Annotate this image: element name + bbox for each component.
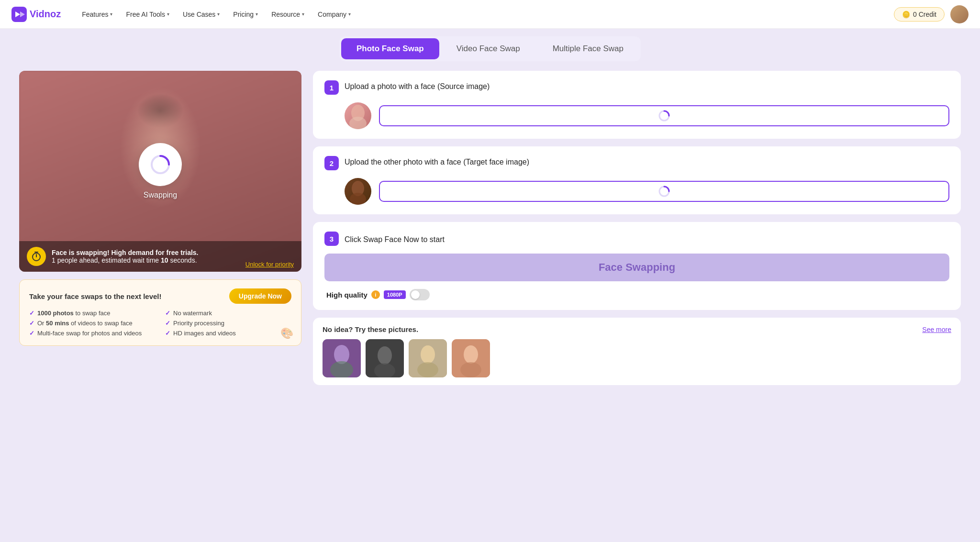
sample-image-3[interactable] (409, 339, 447, 377)
swapping-spinner: Swapping (139, 143, 182, 199)
sample-image-1[interactable] (323, 339, 361, 377)
sample-image-2[interactable] (366, 339, 404, 377)
quality-toggle[interactable] (410, 289, 430, 300)
feature-multiface: ✓ Multi-face swap for photos and videos (29, 330, 156, 337)
step3-card: 3 Click Swap Face Now to start Face Swap… (313, 222, 961, 310)
coin-icon: 🪙 (902, 11, 910, 18)
check-icon: ✓ (165, 320, 170, 327)
loading-icon (657, 109, 671, 122)
step1-upload-row (324, 102, 949, 129)
sample-images (323, 339, 951, 377)
check-icon: ✓ (165, 330, 170, 337)
quality-badge: 1080P (384, 290, 406, 299)
see-more-link[interactable]: See more (922, 326, 951, 333)
unlock-priority-link[interactable]: Unlock for priority (245, 261, 294, 268)
nav-resource[interactable]: Resource ▾ (266, 7, 310, 22)
source-face-image (345, 102, 371, 129)
step2-badge: 2 (324, 156, 339, 170)
source-upload-progress[interactable] (379, 105, 949, 126)
info-icon[interactable]: i (371, 290, 380, 299)
check-icon: ✓ (29, 330, 34, 337)
feature-videos: ✓ Or 50 mins of videos to swap face (29, 320, 156, 327)
navbar: Vidnoz Features ▾ Free AI Tools ▾ Use Ca… (0, 0, 980, 29)
target-face-image (345, 178, 371, 205)
spinner-circle (139, 143, 182, 186)
status-bar: Face is swapping! High demand for free t… (19, 241, 301, 272)
upgrade-header: Take your face swaps to the next level! … (29, 288, 291, 304)
no-idea-text: No idea? Try these pictures. (323, 325, 418, 333)
svg-point-16 (421, 345, 435, 364)
toggle-knob (411, 290, 420, 299)
nav-use-cases[interactable]: Use Cases ▾ (177, 7, 225, 22)
target-face-thumbnail (345, 178, 371, 205)
avatar[interactable] (950, 5, 969, 23)
svg-point-20 (460, 362, 481, 377)
sample-image-4[interactable] (452, 339, 490, 377)
preview-box: Swapping Face is swapping! High demand f… (19, 71, 301, 272)
loading-icon (657, 185, 671, 198)
logo-text: Vidnoz (30, 9, 61, 20)
step3-header: 3 Click Swap Face Now to start (324, 232, 949, 246)
nav-company[interactable]: Company ▾ (312, 7, 356, 22)
face-swapping-button[interactable]: Face Swapping (324, 254, 949, 281)
chevron-down-icon: ▾ (217, 11, 220, 17)
step1-title: Upload a photo with a face (Source image… (345, 80, 490, 91)
chevron-down-icon: ▾ (348, 11, 351, 17)
left-panel: Swapping Face is swapping! High demand f… (19, 71, 301, 527)
nav-pricing[interactable]: Pricing ▾ (227, 7, 264, 22)
loading-icon (150, 154, 171, 175)
navbar-right: 🪙 0 Credit (894, 5, 969, 23)
svg-point-7 (350, 193, 366, 205)
svg-point-4 (349, 117, 367, 129)
check-icon: ✓ (29, 310, 34, 317)
credit-button[interactable]: 🪙 0 Credit (894, 7, 945, 22)
step2-upload-row (324, 178, 949, 205)
feature-photos: ✓ 1000 photos to swap face (29, 310, 156, 317)
feature-priority: ✓ Priority processing (165, 320, 291, 327)
upgrade-now-button[interactable]: Upgrade Now (229, 288, 291, 304)
target-upload-progress[interactable] (379, 181, 949, 202)
svg-point-19 (464, 345, 478, 364)
right-panel: 1 Upload a photo with a face (Source ima… (313, 71, 961, 527)
check-icon: ✓ (165, 310, 170, 317)
step3-title: Click Swap Face Now to start (345, 233, 445, 244)
svg-point-17 (417, 362, 438, 377)
timer-icon (27, 247, 46, 266)
step2-header: 2 Upload the other photo with a face (Ta… (324, 156, 949, 170)
tab-photo-face-swap[interactable]: Photo Face Swap (341, 38, 439, 59)
svg-point-13 (378, 346, 392, 365)
upgrade-features: ✓ 1000 photos to swap face ✓ No watermar… (29, 310, 291, 337)
feature-no-watermark: ✓ No watermark (165, 310, 291, 317)
step1-card: 1 Upload a photo with a face (Source ima… (313, 71, 961, 139)
step3-badge: 3 (324, 232, 339, 246)
step1-header: 1 Upload a photo with a face (Source ima… (324, 80, 949, 95)
chevron-down-icon: ▾ (167, 11, 169, 17)
no-idea-header: No idea? Try these pictures. See more (323, 325, 951, 333)
quality-row: High quality i 1080P (324, 289, 949, 300)
chevron-down-icon: ▾ (110, 11, 112, 17)
check-icon: ✓ (29, 320, 34, 327)
chevron-down-icon: ▾ (302, 11, 304, 17)
nav-features[interactable]: Features ▾ (76, 7, 118, 22)
swapping-label: Swapping (144, 191, 177, 199)
tab-video-face-swap[interactable]: Video Face Swap (441, 38, 535, 59)
nav-items: Features ▾ Free AI Tools ▾ Use Cases ▾ P… (76, 7, 894, 22)
tabs-inner: Photo Face Swap Video Face Swap Multiple… (339, 36, 641, 61)
upgrade-title: Take your face swaps to the next level! (29, 292, 162, 300)
tabs-container: Photo Face Swap Video Face Swap Multiple… (0, 29, 980, 61)
step2-title: Upload the other photo with a face (Targ… (345, 156, 529, 166)
decorative-art: 🎨 (280, 327, 293, 340)
chevron-down-icon: ▾ (256, 11, 258, 17)
logo[interactable]: Vidnoz (11, 7, 61, 22)
upgrade-banner: Take your face swaps to the next level! … (19, 279, 301, 346)
step2-card: 2 Upload the other photo with a face (Ta… (313, 146, 961, 214)
main-content: Swapping Face is swapping! High demand f… (0, 61, 980, 542)
no-idea-card: No idea? Try these pictures. See more (313, 318, 961, 385)
source-face-thumbnail (345, 102, 371, 129)
feature-hd: ✓ HD images and videos (165, 330, 291, 337)
nav-free-ai-tools[interactable]: Free AI Tools ▾ (120, 7, 175, 22)
stopwatch-icon (31, 251, 42, 262)
tab-multiple-face-swap[interactable]: Multiple Face Swap (537, 38, 639, 59)
quality-label: High quality (326, 291, 368, 299)
step1-badge: 1 (324, 80, 339, 95)
